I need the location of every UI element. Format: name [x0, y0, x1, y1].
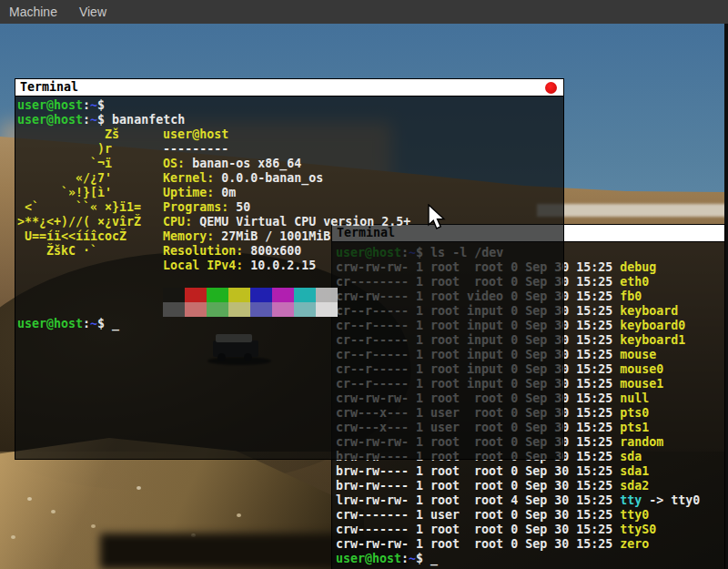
terminal-text: user@host	[17, 98, 83, 112]
terminal-text: user@host	[17, 113, 83, 127]
terminal-text: keyboard1	[620, 333, 685, 347]
terminal-row: crw-rw-rw- 1 root root 0 Sep 30 15:25 ze…	[336, 537, 724, 552]
terminal-text: sda	[620, 450, 642, 463]
terminal-text: Local IPv4:	[163, 259, 243, 272]
terminal-text: debug	[620, 260, 656, 274]
color-palette-swatch	[185, 302, 207, 317]
terminal-text: user@host	[163, 127, 228, 141]
terminal-text: Kernel:	[163, 171, 214, 185]
palette-indent	[17, 302, 163, 317]
terminal-text: pts1	[620, 421, 649, 434]
color-palette-swatch	[207, 288, 228, 302]
terminal-text: crw------- 1 root root 0 Sep 30 15:25	[336, 523, 620, 536]
terminal-text: banan-os x86_64	[185, 157, 301, 170]
terminal-text: random	[620, 435, 663, 449]
terminal-text: «/¿7'	[17, 171, 163, 185]
terminal-text: tty	[620, 493, 642, 507]
terminal-text: CPU:	[163, 215, 192, 229]
color-palette-swatch	[250, 288, 272, 302]
palette-indent	[17, 288, 163, 302]
terminal-text: mouse1	[620, 377, 663, 391]
terminal-text: _	[112, 317, 119, 330]
color-palette-swatch	[250, 302, 272, 317]
terminal-text: Programs:	[163, 200, 228, 214]
terminal-text: mouse	[620, 348, 656, 361]
terminal-text: :	[83, 317, 90, 330]
terminal-text: <` ``« ×}ï1=	[17, 200, 163, 214]
terminal-text: Uptime:	[163, 186, 214, 199]
terminal-text: keyboard0	[620, 319, 685, 332]
terminal-text: 50	[228, 200, 250, 214]
color-palette-swatch	[294, 288, 316, 302]
fetch-titlebar[interactable]: Terminal	[15, 79, 563, 97]
terminal-text: $	[97, 98, 105, 112]
terminal-row: `»!}[ì' Uptime: 0m	[17, 186, 563, 200]
terminal-text	[17, 259, 163, 272]
terminal-text: 800x600	[243, 244, 301, 258]
color-palette-swatch	[272, 302, 294, 317]
terminal-text: 10.0.2.15	[243, 259, 316, 272]
close-button[interactable]	[545, 82, 557, 94]
terminal-text: pts0	[620, 406, 649, 420]
terminal-text: ~	[409, 552, 416, 565]
terminal-text: $	[97, 317, 112, 330]
terminal-text: OS:	[163, 157, 185, 170]
color-palette-swatch	[228, 302, 250, 317]
fetch-terminal-content[interactable]: user@host:~$user@host:~$ bananfetch Zš u…	[15, 97, 563, 459]
terminal-text: `¬ï	[17, 157, 163, 170]
terminal-text: -> tty0	[642, 493, 700, 507]
terminal-row: `¬ï OS: banan-os x86_64	[17, 157, 563, 171]
terminal-text: tty0	[620, 508, 649, 522]
terminal-text: _	[430, 552, 438, 565]
terminal-row: brw-rw---- 1 root root 0 Sep 30 15:25 sd…	[336, 479, 724, 493]
terminal-row: ŽškC ·` Resolution: 800x600	[17, 244, 563, 259]
terminal-row: user@host:~$ _	[17, 317, 563, 331]
terminal-text: ~	[90, 113, 97, 127]
terminal-text: sda1	[620, 464, 649, 478]
terminal-text: crw------- 1 user root 0 Sep 30 15:25	[336, 508, 620, 522]
terminal-text: ~	[90, 98, 97, 112]
wallpaper-white-rock-band	[537, 204, 728, 217]
terminal-row: crw------- 1 user root 0 Sep 30 15:25 tt…	[336, 508, 724, 523]
color-palette-swatch	[316, 288, 338, 302]
color-palette-swatch	[163, 288, 185, 302]
menu-machine[interactable]: Machine	[0, 0, 68, 24]
terminal-text: crw-rw-rw- 1 root root 0 Sep 30 15:25	[336, 537, 620, 551]
terminal-text: lrw-rw-rw- 1 root root 4 Sep 30 15:25	[336, 493, 620, 507]
color-palette-swatch	[272, 288, 294, 302]
terminal-text: zero	[620, 537, 649, 551]
terminal-row: lrw-rw-rw- 1 root root 4 Sep 30 15:25 tt…	[336, 493, 724, 508]
terminal-text: 0.0.0-banan_os	[214, 171, 323, 185]
terminal-text: user@host	[336, 552, 401, 565]
color-palette-swatch	[294, 302, 316, 317]
terminal-text: Memory:	[163, 229, 214, 243]
terminal-text: 0m	[214, 186, 236, 199]
color-palette-swatch	[228, 288, 250, 302]
terminal-text: eth0	[620, 275, 649, 289]
terminal-text: Resolution:	[163, 244, 243, 258]
terminal-text: Zš	[17, 127, 163, 141]
terminal-text: fb0	[620, 290, 642, 303]
terminal-text: bananfetch	[112, 113, 185, 127]
terminal-row: crw------- 1 root root 0 Sep 30 15:25 tt…	[336, 523, 724, 537]
terminal-text: $	[416, 552, 430, 565]
terminal-text: `»!}[ì'	[17, 186, 163, 199]
terminal-row: Zš user@host	[17, 127, 563, 142]
terminal-row	[17, 273, 563, 288]
color-palette-swatch	[207, 302, 228, 317]
mouse-cursor-icon	[428, 204, 448, 231]
menu-view[interactable]: View	[68, 0, 117, 24]
terminal-text: mouse0	[620, 362, 663, 376]
color-palette-swatch	[163, 302, 185, 317]
terminal-text: :	[83, 113, 90, 127]
terminal-text: ŽškC ·`	[17, 244, 163, 258]
terminal-text: null	[620, 391, 649, 405]
terminal-text: keyboard	[620, 304, 678, 318]
terminal-window-fetch[interactable]: Terminal user@host:~$user@host:~$ bananf…	[15, 78, 564, 460]
terminal-text: 27MiB / 1001MiB	[214, 229, 330, 243]
terminal-row: brw-rw---- 1 root root 0 Sep 30 15:25 sd…	[336, 464, 724, 479]
terminal-row: >**¿<+)//( ×¿vîrŽ CPU: QEMU Virtual CPU …	[17, 215, 563, 229]
terminal-text: :	[401, 552, 409, 565]
color-palette-swatch	[185, 288, 207, 302]
terminal-row: )r ---------	[17, 142, 563, 157]
